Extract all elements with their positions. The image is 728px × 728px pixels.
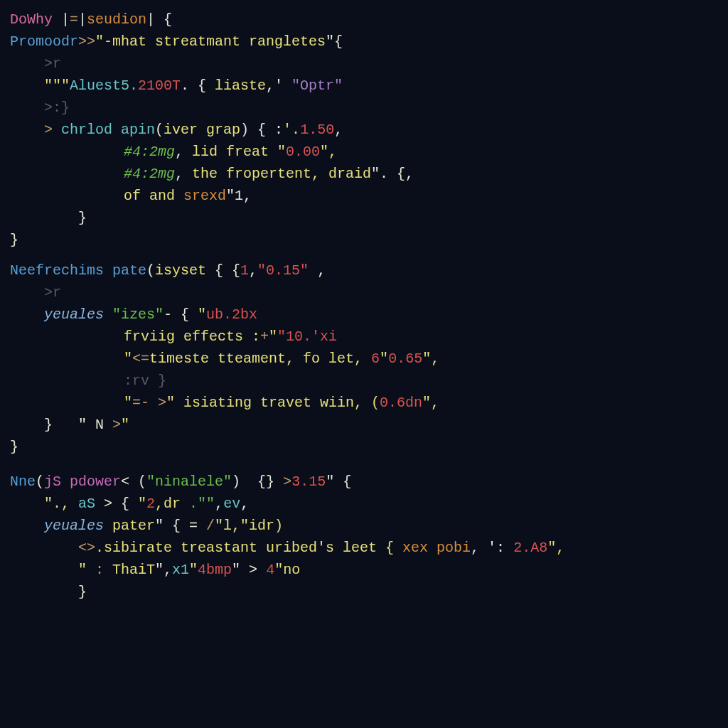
code-line-6: > chrlod apin(iver grap) { :'.1.50, [10,119,718,141]
code-line-2: Promoodr>>"-mhat streatmant rangletes"{ [10,31,718,53]
code-line-16: "<=timeste tteament, fo let, 6"0.65", [10,348,718,370]
code-line-21: Nne(jS pdower< ("ninalele") {} >3.15" { [10,471,718,493]
code-line-14: yeuales "izes"- { "ub.2bx [10,304,718,326]
code-line-20: } [10,436,718,458]
code-line-12: Neefrechims pate(isyset { {1,"0.15" , [10,259,718,282]
token-keyword: DoWhy [10,11,53,28]
blank-line [10,458,718,471]
code-line-25: " : ThaiT",x1"4bmp" > 4"no [10,559,718,581]
code-line-1: DoWhy |=|seudion| { [10,9,718,31]
code-line-22: "., aS > { "2,dr ."",ev, [10,493,718,515]
code-line-3: >r [10,53,718,75]
blank-line [10,251,718,259]
code-line-4: """Aluest5.2100T. { liaste,' "Optr" [10,75,718,97]
code-line-13: >r [10,282,718,304]
code-line-26: } [10,581,718,603]
code-line-10: } [10,207,718,229]
token-identifier: Promoodr [10,33,78,50]
code-line-5: >:} [10,97,718,119]
code-line-15: frviig effects :+""10.'xi [10,326,718,348]
code-line-7: #4:2mg, lid freat "0.00", [10,141,718,163]
code-line-23: yeuales pater" { = /"l,"idr) [10,515,718,537]
code-line-8: #4:2mg, the fropertent, draid". {, [10,163,718,185]
code-line-18: "=- >" isiating travet wiin, (0.6dn", [10,392,718,414]
code-line-17: :rv } [10,370,718,392]
code-line-24: <>.sibirate treastant uribed's leet { xe… [10,537,718,559]
code-line-19: } " N >" [10,414,718,436]
code-line-9: of and srexd"1, [10,185,718,207]
code-line-11: } [10,229,718,251]
